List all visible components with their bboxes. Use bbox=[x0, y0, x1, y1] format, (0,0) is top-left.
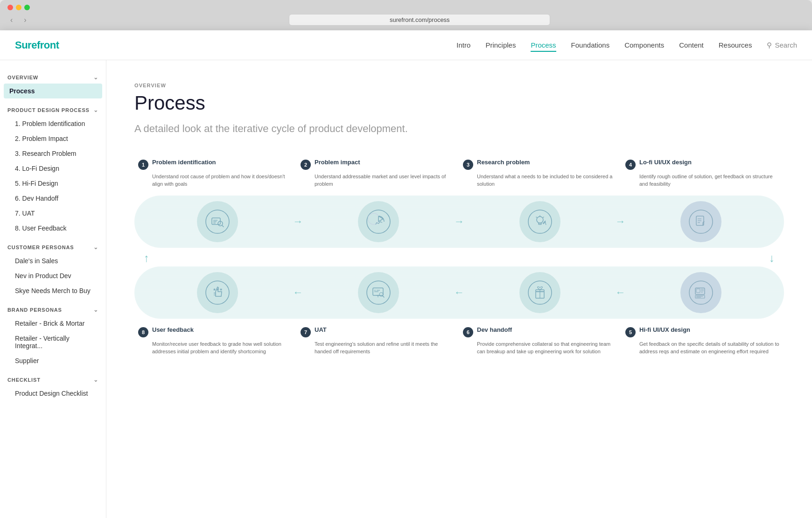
step-1-title: Problem identification bbox=[152, 159, 216, 166]
nav-item-intro[interactable]: Intro bbox=[456, 41, 470, 49]
nav-link-principles[interactable]: Principles bbox=[485, 41, 516, 49]
icon-4 bbox=[626, 201, 777, 242]
icon-1-circle bbox=[197, 201, 238, 242]
sidebar-item-5[interactable]: 5. Hi-Fi Design bbox=[0, 176, 106, 191]
sidebar-item-1[interactable]: 1. Problem Identification bbox=[0, 116, 106, 131]
step-1-number: 1 bbox=[138, 160, 148, 170]
sidebar-section-cp-header[interactable]: CUSTOMER PERSONAS ⌄ bbox=[0, 241, 106, 253]
icon-2-circle bbox=[358, 201, 399, 242]
step-6-info: 6 Dev handoff Provide comprehensive coll… bbox=[459, 326, 622, 356]
sidebar-item-supplier[interactable]: Supplier bbox=[0, 353, 106, 368]
step-7-desc: Test engineering's solution and refine u… bbox=[301, 340, 455, 356]
sidebar-item-dales[interactable]: Dale's in Sales bbox=[0, 253, 106, 268]
step-7-info: 7 UAT Test engineering's solution and re… bbox=[297, 326, 459, 356]
top-nav: Surefront Intro Principles Process Found… bbox=[0, 30, 812, 60]
logo: Surefront bbox=[15, 39, 59, 51]
icon-3 bbox=[464, 201, 616, 242]
nav-link-components[interactable]: Components bbox=[624, 41, 664, 49]
step-2-title: Problem impact bbox=[315, 159, 360, 166]
nav-item-components[interactable]: Components bbox=[624, 41, 664, 49]
nav-link-resources[interactable]: Resources bbox=[719, 41, 752, 49]
nav-link-foundations[interactable]: Foundations bbox=[571, 41, 610, 49]
svg-point-8 bbox=[528, 210, 552, 233]
page-label: OVERVIEW bbox=[134, 83, 784, 88]
step-3-number: 3 bbox=[463, 160, 473, 170]
chevron-down-icon-cp: ⌄ bbox=[93, 244, 98, 251]
svg-text:★★★: ★★★ bbox=[213, 287, 223, 292]
svg-rect-44 bbox=[696, 289, 700, 293]
sidebar-item-skye[interactable]: Skye Needs Merch to Buy bbox=[0, 283, 106, 298]
arrow-down-right: ↓ bbox=[769, 252, 775, 265]
step-5-desc: Get feedback on the specific details of … bbox=[625, 340, 780, 356]
arrow-right-3: → bbox=[616, 216, 626, 228]
search-label: Search bbox=[775, 41, 797, 49]
step-4-desc: Identify rough outline of solution, get … bbox=[625, 173, 780, 188]
nav-item-principles[interactable]: Principles bbox=[485, 41, 516, 49]
sidebar-section-cl-header[interactable]: CHECKLIST ⌄ bbox=[0, 374, 106, 386]
sidebar-item-8[interactable]: 8. User Feedback bbox=[0, 221, 106, 236]
steps-bottom-labels: 8 User feedback Monitor/receive user fee… bbox=[134, 326, 784, 356]
page-title: Process bbox=[134, 92, 784, 114]
sidebar-item-2[interactable]: 2. Problem Impact bbox=[0, 131, 106, 146]
sidebar-item-retailer-bm[interactable]: Retailer - Brick & Mortar bbox=[0, 316, 106, 331]
step-3-title: Research problem bbox=[477, 159, 530, 166]
step-5-title: Hi-fi UI/UX design bbox=[639, 326, 690, 333]
step-2-number: 2 bbox=[301, 160, 311, 170]
icon-2 bbox=[303, 201, 455, 242]
nav-item-content[interactable]: Content bbox=[679, 41, 704, 49]
step-5-number: 5 bbox=[625, 327, 636, 337]
sidebar-item-4[interactable]: 4. Lo-Fi Design bbox=[0, 161, 106, 176]
arrow-right-1: → bbox=[293, 216, 303, 228]
step-8-title: User feedback bbox=[152, 326, 194, 333]
sidebar-item-3[interactable]: 3. Research Problem bbox=[0, 146, 106, 161]
dot-red bbox=[7, 5, 13, 10]
arrow-left-1: ← bbox=[293, 287, 303, 299]
forward-button[interactable]: › bbox=[21, 15, 29, 25]
nav-item-process[interactable]: Process bbox=[531, 41, 556, 49]
sidebar-section-cl-label: CHECKLIST bbox=[7, 377, 41, 383]
nav-link-content[interactable]: Content bbox=[679, 41, 704, 49]
address-bar[interactable]: surefront.com/process bbox=[289, 14, 550, 26]
search-button[interactable]: ⚲ Search bbox=[767, 41, 797, 49]
logo-part2: front bbox=[37, 39, 59, 51]
sidebar-item-pdc[interactable]: Product Design Checklist bbox=[0, 386, 106, 401]
nav-link-process[interactable]: Process bbox=[531, 41, 556, 52]
chevron-down-icon: ⌄ bbox=[93, 74, 98, 81]
vertical-arrows-row: ↑ ↓ bbox=[134, 250, 784, 266]
icon-8-circle: ★★★ bbox=[197, 272, 238, 313]
chevron-down-icon-bp: ⌄ bbox=[93, 307, 98, 313]
sidebar-item-6[interactable]: 6. Dev Handoff bbox=[0, 191, 106, 206]
step-2-info: 2 Problem impact Understand addressable … bbox=[297, 159, 459, 188]
step-3-desc: Understand what a needs to be included t… bbox=[463, 173, 618, 188]
sidebar: OVERVIEW ⌄ Process PRODUCT DESIGN PROCES… bbox=[0, 60, 106, 518]
back-button[interactable]: ‹ bbox=[7, 15, 15, 25]
step-7-number: 7 bbox=[301, 327, 311, 337]
sidebar-section-bp-header[interactable]: BRAND PERSONAS ⌄ bbox=[0, 304, 106, 316]
sidebar-item-process[interactable]: Process bbox=[4, 84, 102, 98]
nav-link-intro[interactable]: Intro bbox=[456, 41, 470, 49]
app-body: OVERVIEW ⌄ Process PRODUCT DESIGN PROCES… bbox=[0, 60, 812, 518]
sidebar-item-retailer-vi[interactable]: Retailer - Vertically Integrat... bbox=[0, 331, 106, 353]
browser-dots bbox=[7, 5, 805, 10]
icon-3-circle bbox=[519, 201, 560, 242]
nav-item-foundations[interactable]: Foundations bbox=[571, 41, 610, 49]
step-4-title: Lo-fi UI/UX design bbox=[639, 159, 692, 166]
search-icon: ⚲ bbox=[767, 41, 772, 49]
step-4-number: 4 bbox=[625, 160, 636, 170]
icon-8: ★★★ bbox=[142, 272, 293, 313]
step-7-title: UAT bbox=[315, 326, 327, 333]
logo-part1: Sure bbox=[15, 39, 37, 51]
sidebar-section-cp-label: CUSTOMER PERSONAS bbox=[7, 245, 74, 250]
nav-item-resources[interactable]: Resources bbox=[719, 41, 752, 49]
svg-point-29 bbox=[367, 281, 390, 304]
nav-links: Intro Principles Process Foundations Com… bbox=[456, 41, 752, 49]
top-icon-row: → → bbox=[134, 196, 784, 248]
sidebar-item-nev[interactable]: Nev in Product Dev bbox=[0, 268, 106, 283]
process-diagram: 1 Problem identification Understand root… bbox=[134, 159, 784, 356]
icon-5 bbox=[626, 272, 777, 313]
sidebar-section-overview-header[interactable]: OVERVIEW ⌄ bbox=[0, 71, 106, 84]
bottom-icon-row: ★★★ ← bbox=[134, 266, 784, 319]
icon-4-circle bbox=[680, 201, 721, 242]
sidebar-section-pdp-header[interactable]: PRODUCT DESIGN PROCESS ⌄ bbox=[0, 104, 106, 116]
sidebar-item-7[interactable]: 7. UAT bbox=[0, 206, 106, 221]
